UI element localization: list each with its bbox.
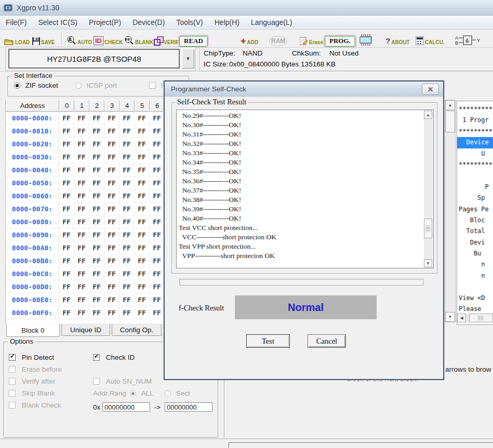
hex-byte-cell[interactable]: FF bbox=[135, 228, 150, 241]
hex-byte-cell[interactable]: FF bbox=[59, 151, 74, 163]
hex-byte-cell[interactable]: FF bbox=[119, 202, 135, 215]
about-button[interactable]: ? ABOUT bbox=[385, 32, 410, 45]
hex-byte-cell[interactable]: FF bbox=[119, 241, 135, 254]
hex-byte-cell[interactable]: FF bbox=[135, 138, 150, 150]
hex-byte-cell[interactable]: FF bbox=[150, 306, 164, 319]
hex-byte-cell[interactable]: FF bbox=[59, 293, 74, 306]
hex-byte-cell[interactable]: FF bbox=[89, 138, 104, 150]
log-line[interactable]: Devi bbox=[457, 237, 493, 248]
hex-byte-cell[interactable]: FF bbox=[59, 319, 74, 323]
scroll-up-button[interactable]: ▲ bbox=[445, 100, 455, 110]
hex-byte-cell[interactable]: FF bbox=[89, 202, 104, 215]
log-line[interactable]: Bu bbox=[457, 248, 493, 259]
hex-byte-cell[interactable]: FF bbox=[119, 125, 135, 137]
hex-byte-cell[interactable]: FF bbox=[135, 215, 150, 228]
hex-byte-cell[interactable]: FF bbox=[74, 319, 89, 323]
save-button[interactable]: SAVE bbox=[32, 32, 55, 45]
hex-byte-cell[interactable]: FF bbox=[104, 306, 119, 319]
addr-range-sect-radio[interactable]: Sect bbox=[165, 389, 190, 397]
log-line[interactable]: U bbox=[457, 148, 493, 159]
hex-byte-cell[interactable]: FF bbox=[59, 138, 74, 150]
hex-byte-cell[interactable]: FF bbox=[89, 189, 104, 202]
hex-byte-cell[interactable]: FF bbox=[89, 228, 104, 241]
zif-socket-radio[interactable]: ZIF socket bbox=[14, 82, 58, 89]
hex-byte-cell[interactable]: FF bbox=[89, 306, 104, 319]
hex-byte-cell[interactable]: FF bbox=[59, 267, 74, 280]
hex-byte-cell[interactable]: FF bbox=[89, 151, 104, 163]
scroll-down-button[interactable]: ▼ bbox=[424, 259, 432, 267]
menu-item-file[interactable]: File(F) bbox=[6, 18, 26, 26]
hex-byte-cell[interactable]: FF bbox=[119, 254, 135, 267]
log-line[interactable]: 1 Progr bbox=[457, 115, 493, 126]
log-line[interactable]: Sp bbox=[457, 193, 493, 203]
add-button[interactable]: + ADD bbox=[241, 32, 258, 45]
hex-byte-cell[interactable]: FF bbox=[89, 319, 104, 323]
chip-selector-value[interactable]: HY27U1G8F2B @TSOP48 bbox=[8, 49, 180, 69]
hex-byte-cell[interactable]: FF bbox=[135, 164, 150, 176]
hex-byte-cell[interactable]: FF bbox=[150, 177, 164, 189]
menu-item-select-ic[interactable]: Select IC(S) bbox=[38, 18, 77, 26]
hex-byte-cell[interactable]: FF bbox=[135, 151, 150, 163]
hex-byte-cell[interactable]: FF bbox=[104, 202, 119, 215]
hex-byte-cell[interactable]: FF bbox=[119, 306, 135, 319]
hex-byte-cell[interactable]: FF bbox=[150, 254, 164, 267]
log-line[interactable] bbox=[457, 281, 493, 292]
self-check-listbox[interactable]: ▲ ▼ No.29#-----------OK! No.30#---------… bbox=[176, 110, 434, 268]
hex-byte-cell[interactable]: FF bbox=[59, 164, 74, 176]
hex-byte-cell[interactable]: FF bbox=[135, 254, 150, 267]
hex-byte-cell[interactable]: FF bbox=[119, 228, 135, 241]
hex-byte-cell[interactable]: FF bbox=[119, 215, 135, 228]
hex-byte-cell[interactable]: FF bbox=[59, 306, 74, 319]
range-to-input[interactable]: 00000000 bbox=[165, 402, 212, 412]
log-line-selected[interactable]: Device bbox=[457, 137, 493, 148]
log-line[interactable]: ********* bbox=[457, 126, 493, 137]
hex-byte-cell[interactable]: FF bbox=[104, 151, 119, 163]
hex-byte-cell[interactable]: FF bbox=[150, 267, 164, 280]
hex-byte-cell[interactable]: FF bbox=[74, 228, 89, 241]
hex-byte-cell[interactable]: FF bbox=[119, 189, 135, 202]
tab-config-op[interactable]: Config Op. bbox=[112, 324, 162, 336]
hex-byte-cell[interactable]: FF bbox=[150, 112, 164, 124]
scrollbar-thumb[interactable] bbox=[424, 219, 432, 238]
hex-byte-cell[interactable]: FF bbox=[59, 202, 74, 215]
device-log-panel[interactable]: ********* 1 Progr********* Device U*****… bbox=[457, 101, 493, 325]
log-line[interactable]: n bbox=[457, 259, 493, 270]
hex-byte-cell[interactable]: FF bbox=[74, 280, 89, 293]
hex-byte-cell[interactable]: FF bbox=[135, 177, 150, 189]
hex-byte-cell[interactable]: FF bbox=[135, 202, 150, 215]
hex-byte-cell[interactable]: FF bbox=[89, 254, 104, 267]
hex-byte-cell[interactable]: FF bbox=[135, 241, 150, 254]
hex-byte-cell[interactable]: FF bbox=[119, 112, 135, 124]
check-id-checkbox[interactable]: Check ID bbox=[93, 354, 135, 361]
log-line[interactable]: n bbox=[457, 270, 493, 281]
hex-byte-cell[interactable]: FF bbox=[89, 267, 104, 280]
hex-byte-cell[interactable]: FF bbox=[59, 228, 74, 241]
hex-byte-cell[interactable]: FF bbox=[150, 164, 164, 176]
hex-byte-cell[interactable]: FF bbox=[150, 228, 164, 241]
log-horizontal-scrollbar[interactable]: ◀ bbox=[457, 314, 493, 322]
log-line[interactable]: Pages Pe bbox=[457, 204, 493, 215]
hex-byte-cell[interactable]: FF bbox=[74, 151, 89, 163]
hex-byte-cell[interactable]: FF bbox=[135, 125, 150, 137]
log-line[interactable]: ********* bbox=[457, 104, 493, 115]
hex-byte-cell[interactable]: FF bbox=[74, 293, 89, 306]
check-id-button[interactable]: ID CHECK bbox=[94, 32, 123, 45]
log-line[interactable]: Bloc bbox=[457, 215, 493, 226]
pin-detect-checkbox[interactable]: Pin Detect bbox=[9, 354, 54, 361]
test-button[interactable]: Test bbox=[246, 334, 290, 348]
scroll-left-button[interactable]: ◀ bbox=[457, 314, 466, 322]
scrollbar-thumb[interactable] bbox=[469, 314, 493, 322]
hex-byte-cell[interactable]: FF bbox=[135, 306, 150, 319]
log-line[interactable]: Total bbox=[457, 226, 493, 237]
hex-byte-cell[interactable]: FF bbox=[104, 228, 119, 241]
hex-byte-cell[interactable]: FF bbox=[89, 215, 104, 228]
hex-byte-cell[interactable]: FF bbox=[104, 112, 119, 124]
chip-selector-dropdown-button[interactable]: ▼ bbox=[182, 49, 194, 69]
hex-byte-cell[interactable]: FF bbox=[135, 189, 150, 202]
dialog-titlebar[interactable]: Programmer Self-Check bbox=[165, 82, 443, 97]
load-button[interactable]: LOAD bbox=[4, 32, 30, 45]
hex-byte-cell[interactable]: FF bbox=[104, 293, 119, 306]
chip-test-button[interactable] bbox=[358, 32, 373, 46]
scroll-up-button[interactable]: ▲ bbox=[424, 111, 432, 119]
hex-byte-cell[interactable]: FF bbox=[74, 112, 89, 124]
